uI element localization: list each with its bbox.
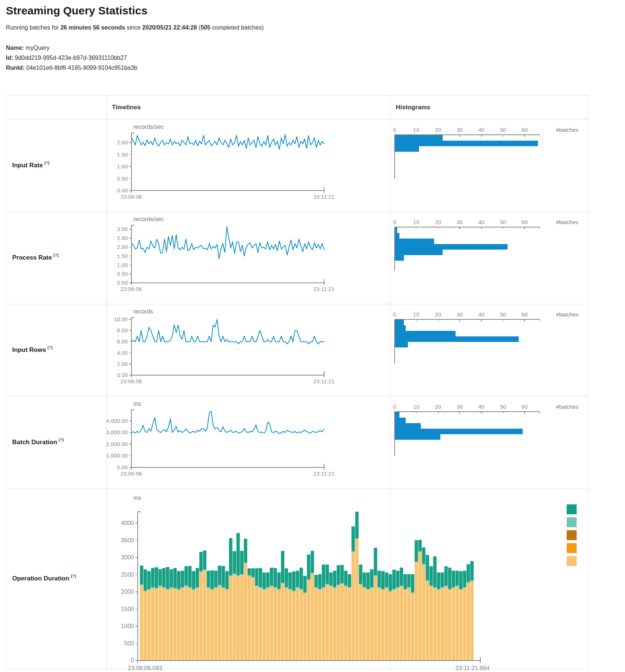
svg-text:10: 10 [413, 311, 419, 318]
completed-batches-count: 505 [200, 24, 210, 31]
svg-text:#batches: #batches [556, 127, 578, 133]
svg-text:23:06:06.093: 23:06:06.093 [128, 665, 162, 671]
svg-text:23:06:06: 23:06:06 [120, 470, 142, 477]
svg-text:40: 40 [478, 404, 484, 410]
svg-text:20: 20 [435, 311, 441, 318]
start-timestamp: 2020/05/21 22:44:28 [142, 24, 197, 31]
svg-text:0.00: 0.00 [117, 187, 128, 193]
input-rows-histogram-chart: 0102030405060#batches [390, 304, 588, 396]
svg-text:60: 60 [522, 219, 528, 225]
query-name-line: Name: myQuery [6, 43, 137, 53]
operation-duration-help-icon[interactable]: (?) [71, 574, 76, 578]
svg-text:3.00: 3.00 [117, 226, 128, 232]
svg-text:3500: 3500 [121, 537, 134, 544]
svg-text:0.50: 0.50 [117, 271, 128, 277]
query-id-line: Id: 9d0dd219-995d-423e-b97d-36931110bb27 [6, 53, 137, 63]
svg-text:40: 40 [478, 219, 484, 225]
svg-text:records/sec: records/sec [133, 216, 164, 222]
svg-text:23:11:21: 23:11:21 [313, 286, 334, 292]
query-id: 9d0dd219-995d-423e-b97d-36931110bb27 [13, 55, 127, 61]
svg-text:20: 20 [435, 219, 441, 225]
svg-text:30: 30 [457, 127, 463, 133]
svg-text:23:06:06: 23:06:06 [120, 378, 142, 384]
page-title: Streaming Query Statistics [6, 4, 147, 17]
query-name: myQuery [24, 45, 49, 51]
row-label-batch-duration: Batch Duration(?) [6, 396, 106, 488]
svg-text:10: 10 [413, 219, 419, 225]
svg-text:1.00: 1.00 [117, 262, 128, 268]
svg-text:50: 50 [500, 311, 506, 318]
batch-duration-histogram-chart: 0102030405060#batches [390, 396, 588, 488]
svg-text:0.00: 0.00 [117, 372, 128, 378]
svg-text:1500: 1500 [121, 606, 134, 612]
svg-text:10.00: 10.00 [114, 316, 128, 322]
svg-text:1,000.00: 1,000.00 [106, 452, 128, 459]
svg-text:2.00: 2.00 [117, 361, 128, 367]
svg-text:30: 30 [457, 219, 463, 225]
svg-text:60: 60 [522, 311, 528, 318]
svg-text:2.50: 2.50 [117, 235, 128, 241]
legend-swatch-3 [567, 543, 577, 553]
svg-text:0: 0 [393, 127, 396, 133]
svg-text:ms: ms [133, 401, 141, 407]
query-metadata: Name: myQuery Id: 9d0dd219-995d-423e-b97… [6, 43, 137, 73]
row-label-input-rate: Input Rate(?) [6, 119, 106, 212]
svg-text:10: 10 [413, 404, 419, 410]
svg-text:4.00: 4.00 [117, 350, 128, 356]
svg-text:2500: 2500 [121, 572, 134, 578]
svg-text:8.00: 8.00 [117, 327, 128, 333]
input-rows-help-icon[interactable]: (?) [48, 345, 53, 350]
svg-text:20: 20 [435, 404, 441, 410]
svg-text:40: 40 [478, 127, 484, 133]
svg-text:0: 0 [131, 657, 134, 664]
batch-duration-help-icon[interactable]: (?) [59, 438, 64, 442]
svg-text:#batches: #batches [556, 404, 578, 410]
svg-text:50: 50 [500, 127, 506, 133]
svg-text:30: 30 [457, 311, 463, 318]
svg-text:0.50: 0.50 [117, 175, 128, 182]
svg-text:0.00: 0.00 [117, 464, 128, 470]
svg-text:23:06:06: 23:06:06 [120, 193, 142, 200]
svg-text:0.00: 0.00 [117, 280, 128, 286]
legend-swatch-1 [567, 517, 577, 527]
svg-text:0: 0 [393, 311, 396, 318]
svg-text:1.50: 1.50 [117, 151, 128, 158]
svg-text:30: 30 [457, 404, 463, 410]
svg-text:50: 50 [500, 404, 506, 410]
svg-text:#batches: #batches [556, 311, 578, 318]
input-rate-histogram-chart: 0102030405060#batches [390, 119, 588, 212]
process-rate-histogram-chart: 0102030405060#batches [390, 212, 588, 304]
svg-text:2.00: 2.00 [117, 139, 128, 145]
header-timelines: Timelines [112, 96, 141, 119]
svg-text:2000: 2000 [121, 589, 134, 595]
process-rate-help-icon[interactable]: (?) [54, 253, 59, 257]
row-label-process-rate: Process Rate(?) [6, 212, 106, 304]
svg-text:23:11:21: 23:11:21 [313, 470, 334, 477]
running-batches-summary: Running batches for 26 minutes 56 second… [6, 24, 264, 31]
svg-text:500: 500 [124, 640, 134, 647]
svg-text:0: 0 [393, 219, 396, 225]
svg-text:1.00: 1.00 [117, 163, 128, 169]
svg-text:0: 0 [393, 404, 396, 410]
run-duration: 26 minutes 56 seconds [61, 24, 125, 31]
svg-text:records: records [133, 308, 153, 315]
svg-text:records/sec: records/sec [133, 124, 164, 130]
svg-text:23:11:21: 23:11:21 [313, 193, 334, 200]
row-label-input-rows: Input Rows(?) [6, 304, 106, 396]
query-runid: 04e101e6-8bf8-4165-9099-9104c951ba3b [25, 65, 137, 71]
svg-text:ms: ms [133, 495, 141, 501]
svg-text:50: 50 [500, 219, 506, 225]
row-label-operation-duration: Operation Duration(?) [6, 488, 106, 669]
batch-duration-timeline-chart: ms4,000.003,000.002,000.001,000.000.0023… [106, 396, 390, 488]
svg-text:23:11:21.864: 23:11:21.864 [456, 665, 490, 671]
operation-duration-chart: ms4000350030002500200015001000500023:06:… [106, 488, 588, 669]
input-rate-help-icon[interactable]: (?) [44, 161, 49, 165]
svg-text:20: 20 [435, 127, 441, 133]
legend-swatch-4 [567, 556, 577, 566]
input-rows-timeline-chart: records10.008.006.004.002.000.0023:06:06… [106, 304, 390, 396]
legend-swatch-2 [567, 530, 577, 540]
statistics-table: Timelines Histograms Input Rate(?) Proce… [6, 95, 588, 669]
input-rate-timeline-chart: records/sec2.001.501.000.500.0023:06:062… [106, 119, 390, 212]
query-runid-line: RunId: 04e101e6-8bf8-4165-9099-9104c951b… [6, 63, 137, 73]
svg-text:1.50: 1.50 [117, 253, 128, 259]
